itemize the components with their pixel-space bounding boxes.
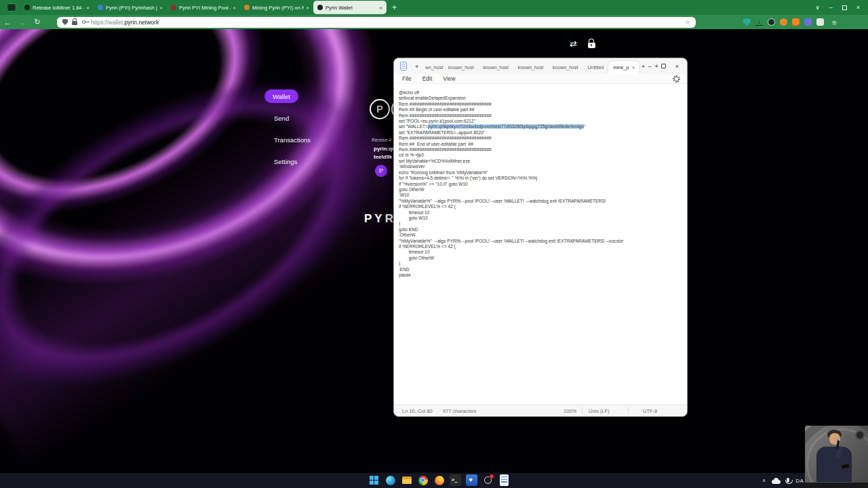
terminal-icon[interactable] xyxy=(450,474,461,486)
zoom-level[interactable]: 100% xyxy=(564,408,576,414)
forward-button[interactable]: → xyxy=(15,18,30,26)
sidebar-nav-item[interactable]: Send xyxy=(264,111,320,125)
notepad-tab[interactable]: known_host xyxy=(513,61,548,74)
maximize-button[interactable] xyxy=(842,5,847,10)
line-text: pause xyxy=(399,272,411,277)
tab-scroll-left-icon[interactable]: ◂ xyxy=(412,63,420,69)
notepad-tab[interactable]: mine_p × xyxy=(608,61,639,74)
notepad-tab-label: mine_p xyxy=(613,65,629,70)
tab-scroll-right-icon[interactable]: ▸ xyxy=(639,63,648,69)
settings-gear-icon[interactable] xyxy=(673,75,680,83)
extension-icons: ↓ xyxy=(743,18,824,26)
tab-close-icon[interactable]: × xyxy=(632,65,635,70)
security-app-icon[interactable] xyxy=(466,474,477,486)
back-button[interactable]: ← xyxy=(0,18,15,26)
light-extension-icon[interactable] xyxy=(816,18,824,26)
notepad-editor[interactable]: @echo offsetlocal enableDelayedExpansion… xyxy=(394,85,687,405)
notepad-icon[interactable] xyxy=(500,474,509,486)
tab-close-icon[interactable]: × xyxy=(379,5,382,11)
new-tab-button[interactable]: + xyxy=(392,3,397,12)
download-icon[interactable]: ↓ xyxy=(755,18,763,26)
editor-line: set "EXTRAPARAMETERS=--apiport 8020" xyxy=(399,130,687,136)
close-button[interactable]: × xyxy=(675,63,679,70)
dark-circle-extension-icon[interactable] xyxy=(768,18,775,26)
line-text: Rem ################################# xyxy=(399,147,492,152)
address-copy-button[interactable]: P xyxy=(375,165,387,177)
tab-favicon xyxy=(24,5,30,10)
notepad-tab[interactable]: wn_host xyxy=(420,61,443,74)
notepad-tab[interactable]: known_host xyxy=(443,61,478,74)
browser-tab[interactable]: Pyrin Wallet × xyxy=(314,1,386,14)
tab-list-chevron-icon[interactable]: ∨ xyxy=(815,4,820,11)
menu-item[interactable]: Edit xyxy=(417,75,438,82)
menu-item[interactable]: File xyxy=(397,75,417,82)
chrome-icon[interactable] xyxy=(417,474,429,486)
firefox-view-icon[interactable] xyxy=(7,3,16,12)
sidebar-nav-item[interactable]: Transactions xyxy=(264,133,320,146)
page-header-icons: ⇄ xyxy=(570,39,595,49)
line-text: :OtherW xyxy=(399,232,416,237)
onedrive-cloud-icon[interactable] xyxy=(772,480,781,484)
tab-favicon xyxy=(244,5,250,10)
line-text: if %ERRORLEVEL% == 42 ( xyxy=(399,244,456,249)
language-indicator[interactable]: DA xyxy=(795,478,804,484)
tab-favicon xyxy=(98,5,103,10)
sidebar-nav-item[interactable]: Wallet xyxy=(264,89,298,103)
window-controls: ∨ – × xyxy=(815,4,868,11)
close-button[interactable]: × xyxy=(856,4,860,11)
minimize-button[interactable]: – xyxy=(829,4,833,11)
line-text: setlocal enableDelayedExpansion xyxy=(399,96,466,100)
line-text: cd /d %~dp0 xyxy=(399,152,424,157)
maximize-button[interactable] xyxy=(661,64,666,68)
tab-close-icon[interactable]: × xyxy=(306,5,309,11)
line-text: set MyVariable=%CD%\lolMiner.exe xyxy=(399,159,470,163)
browser-tab[interactable]: Pyrin PYI Mining Pool - K1Pool × xyxy=(167,1,239,14)
orange-extension-icon[interactable] xyxy=(780,18,787,26)
url-bar[interactable]: https://wallet.pyrin.network ☆ xyxy=(57,17,696,28)
purple-extension-icon[interactable] xyxy=(804,18,812,26)
microphone-icon[interactable] xyxy=(787,478,789,483)
metamask-fox-icon[interactable] xyxy=(792,18,800,26)
browser-tab-bar: Release lolMiner 1.84 - Lolliedi × Pyrin… xyxy=(0,0,868,15)
menu-item[interactable]: View xyxy=(437,75,460,82)
start-button[interactable] xyxy=(368,474,380,486)
firefox-icon[interactable] xyxy=(433,474,445,486)
padlock-icon[interactable] xyxy=(588,43,595,48)
tracking-shield-icon[interactable] xyxy=(62,19,68,25)
pyrin-logo: P xyxy=(370,99,390,119)
tab-close-icon[interactable]: × xyxy=(233,5,236,11)
browser-tab[interactable]: Mining Pyrin (PYI) on NVIDIA × xyxy=(241,1,313,14)
reload-button[interactable]: ↻ xyxy=(30,18,45,26)
lock-icon[interactable] xyxy=(72,21,77,25)
minimize-button[interactable]: – xyxy=(648,63,652,70)
adblock-shield-icon[interactable] xyxy=(743,18,751,26)
editor-line: pause xyxy=(399,272,687,278)
hamburger-menu-icon[interactable]: ≡ xyxy=(832,18,836,26)
browser-tab[interactable]: Pyrin (PYI) Pyrinhash | Mining P × xyxy=(94,1,166,14)
line-text: Rem ################################# xyxy=(399,102,492,106)
swap-arrows-icon[interactable]: ⇄ xyxy=(570,39,577,49)
editor-line: :END xyxy=(399,267,687,272)
tab-close-icon[interactable]: × xyxy=(86,5,90,11)
edge-icon[interactable] xyxy=(384,474,396,486)
notepad-tab[interactable]: known_host xyxy=(548,61,583,74)
editor-line: Rem ################################# xyxy=(399,102,687,107)
sidebar-nav-item[interactable]: Settings xyxy=(264,155,320,168)
tab-favicon xyxy=(171,5,176,10)
browser-tab[interactable]: Release lolMiner 1.84 - Lolliedi × xyxy=(21,1,93,14)
saved-login-key-icon[interactable] xyxy=(82,20,85,24)
editor-line: if "%version%" == "10.0" goto W10 xyxy=(399,182,687,187)
notepad-tab[interactable]: Untitled xyxy=(583,61,608,74)
tab-close-icon[interactable]: × xyxy=(159,5,163,11)
file-explorer-icon[interactable] xyxy=(401,474,412,486)
encoding[interactable]: UTF-8 xyxy=(643,408,657,414)
line-ending-type[interactable]: Unix (LF) xyxy=(589,408,610,414)
obs-icon[interactable] xyxy=(482,474,494,486)
editor-line: goto W10 xyxy=(399,216,687,221)
notepad-tab[interactable]: known_host xyxy=(478,61,513,74)
line-text: goto OtherW xyxy=(399,256,434,260)
line-text: echo "Running lolMiner from %MyVariable%… xyxy=(399,170,488,175)
bookmark-star-icon[interactable]: ☆ xyxy=(685,19,690,26)
tray-chevron-icon[interactable]: ∧ xyxy=(762,478,766,483)
notepad-titlebar[interactable]: ◂ wn_host known_host known_host known_ho… xyxy=(394,58,687,74)
